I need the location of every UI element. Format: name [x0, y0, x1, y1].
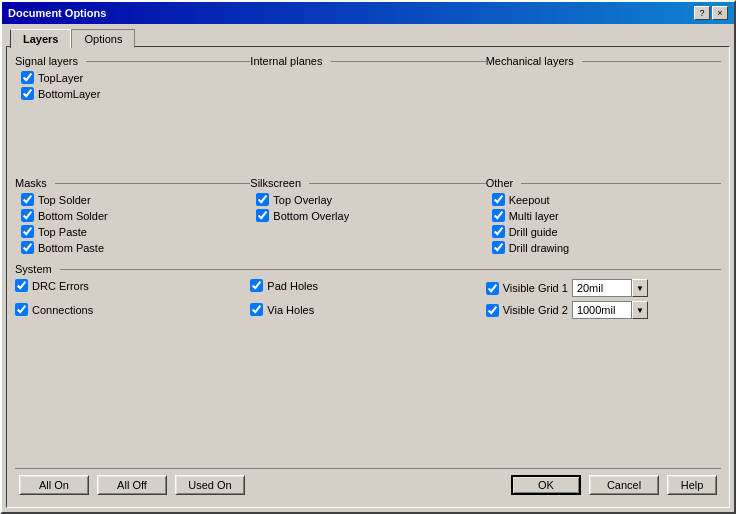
- visible-grid-2-select[interactable]: ▼: [572, 301, 648, 319]
- other-section: Other Keepout Multi layer: [486, 177, 721, 257]
- used-on-button[interactable]: Used On: [175, 475, 245, 495]
- drill-guide-checkbox[interactable]: [492, 225, 505, 238]
- visible-grid-2-row: Visible Grid 2 ▼: [486, 301, 721, 319]
- top-paste-label: Top Paste: [38, 226, 87, 238]
- visible-grid-1-dropdown-arrow[interactable]: ▼: [632, 279, 648, 297]
- window-title: Document Options: [8, 7, 106, 19]
- title-bar-buttons: ? ×: [694, 6, 728, 20]
- signal-layers-items: TopLayer BottomLayer: [15, 71, 250, 171]
- title-bar: Document Options ? ×: [2, 2, 734, 24]
- list-item: Top Solder: [21, 193, 250, 206]
- bottom-overlay-label: Bottom Overlay: [273, 210, 349, 222]
- list-item: Multi layer: [492, 209, 721, 222]
- visible-grid-1-select[interactable]: ▼: [572, 279, 648, 297]
- list-item: Top Overlay: [256, 193, 485, 206]
- silkscreen-section: Silkscreen Top Overlay Bottom Overlay: [250, 177, 485, 257]
- list-item: Bottom Overlay: [256, 209, 485, 222]
- internal-planes-label: Internal planes: [250, 55, 485, 67]
- internal-planes-section: Internal planes: [250, 55, 485, 171]
- bottom-button-row: All On All Off Used On OK Cancel Help: [15, 468, 721, 499]
- help-title-button[interactable]: ?: [694, 6, 710, 20]
- visible-grid-2-label: Visible Grid 2: [503, 304, 568, 316]
- signal-layers-label: Signal layers: [15, 55, 250, 67]
- top-solder-label: Top Solder: [38, 194, 91, 206]
- list-item: Top Paste: [21, 225, 250, 238]
- list-item: Drill guide: [492, 225, 721, 238]
- bottom-solder-label: Bottom Solder: [38, 210, 108, 222]
- mechanical-layers-label: Mechanical layers: [486, 55, 721, 67]
- drill-drawing-checkbox[interactable]: [492, 241, 505, 254]
- visible-grid-2-dropdown-arrow[interactable]: ▼: [632, 301, 648, 319]
- system-section: System DRC Errors Connecti: [15, 263, 721, 323]
- system-col1: DRC Errors Connections: [15, 279, 250, 323]
- bottom-overlay-checkbox[interactable]: [256, 209, 269, 222]
- keepout-label: Keepout: [509, 194, 550, 206]
- list-item: Drill drawing: [492, 241, 721, 254]
- connections-label: Connections: [32, 304, 93, 316]
- visible-grid-1-row: Visible Grid 1 ▼: [486, 279, 721, 297]
- system-col3: Visible Grid 1 ▼ Visible Grid 2: [486, 279, 721, 323]
- masks-label: Masks: [15, 177, 250, 189]
- top-paste-checkbox[interactable]: [21, 225, 34, 238]
- close-title-button[interactable]: ×: [712, 6, 728, 20]
- bottom-paste-checkbox[interactable]: [21, 241, 34, 254]
- bottomlayer-label: BottomLayer: [38, 88, 100, 100]
- visible-grid-1-checkbox[interactable]: [486, 282, 499, 295]
- list-item: BottomLayer: [21, 87, 250, 100]
- drill-drawing-label: Drill drawing: [509, 242, 570, 254]
- tab-layers[interactable]: Layers: [10, 29, 71, 48]
- document-options-window: Document Options ? × Layers Options Sign…: [0, 0, 736, 514]
- keepout-checkbox[interactable]: [492, 193, 505, 206]
- system-row: DRC Errors Connections: [15, 279, 721, 323]
- list-item: Connections: [15, 303, 250, 316]
- top-sections: Signal layers TopLayer BottomLayer: [15, 55, 721, 171]
- list-item: Bottom Solder: [21, 209, 250, 222]
- visible-grid-2-input[interactable]: [572, 301, 632, 319]
- pad-holes-label: Pad Holes: [267, 280, 318, 292]
- all-off-button[interactable]: All Off: [97, 475, 167, 495]
- content-area: Signal layers TopLayer BottomLayer: [15, 55, 721, 468]
- list-item: Bottom Paste: [21, 241, 250, 254]
- toplayer-checkbox[interactable]: [21, 71, 34, 84]
- connections-checkbox[interactable]: [15, 303, 28, 316]
- visible-grid-2-checkbox[interactable]: [486, 304, 499, 317]
- top-overlay-label: Top Overlay: [273, 194, 332, 206]
- ok-button[interactable]: OK: [511, 475, 581, 495]
- window-body: Layers Options Signal layers: [2, 24, 734, 512]
- masks-items: Top Solder Bottom Solder Top Paste: [15, 193, 250, 254]
- all-on-button[interactable]: All On: [19, 475, 89, 495]
- visible-grid-1-input[interactable]: [572, 279, 632, 297]
- bottom-solder-checkbox[interactable]: [21, 209, 34, 222]
- top-overlay-checkbox[interactable]: [256, 193, 269, 206]
- silkscreen-items: Top Overlay Bottom Overlay: [250, 193, 485, 222]
- via-holes-checkbox[interactable]: [250, 303, 263, 316]
- toplayer-label: TopLayer: [38, 72, 83, 84]
- masks-row: Masks Top Solder Bottom Solder: [15, 177, 721, 257]
- bottomlayer-checkbox[interactable]: [21, 87, 34, 100]
- tab-content-layers: Signal layers TopLayer BottomLayer: [6, 46, 730, 508]
- drc-errors-label: DRC Errors: [32, 280, 89, 292]
- tab-options[interactable]: Options: [71, 29, 135, 48]
- masks-section: Masks Top Solder Bottom Solder: [15, 177, 250, 257]
- system-col2: Pad Holes Via Holes: [250, 279, 485, 323]
- multi-layer-checkbox[interactable]: [492, 209, 505, 222]
- other-label: Other: [486, 177, 721, 189]
- pad-holes-checkbox[interactable]: [250, 279, 263, 292]
- signal-layers-section: Signal layers TopLayer BottomLayer: [15, 55, 250, 171]
- mechanical-layers-section: Mechanical layers: [486, 55, 721, 171]
- bottom-paste-label: Bottom Paste: [38, 242, 104, 254]
- multi-layer-label: Multi layer: [509, 210, 559, 222]
- tab-bar: Layers Options: [6, 28, 730, 47]
- list-item: Pad Holes: [250, 279, 485, 292]
- visible-grid-1-label: Visible Grid 1: [503, 282, 568, 294]
- list-item: Via Holes: [250, 303, 485, 316]
- via-holes-label: Via Holes: [267, 304, 314, 316]
- top-solder-checkbox[interactable]: [21, 193, 34, 206]
- drc-errors-checkbox[interactable]: [15, 279, 28, 292]
- other-items: Keepout Multi layer Drill guide: [486, 193, 721, 254]
- cancel-button[interactable]: Cancel: [589, 475, 659, 495]
- silkscreen-label: Silkscreen: [250, 177, 485, 189]
- help-button[interactable]: Help: [667, 475, 717, 495]
- drill-guide-label: Drill guide: [509, 226, 558, 238]
- list-item: DRC Errors: [15, 279, 250, 292]
